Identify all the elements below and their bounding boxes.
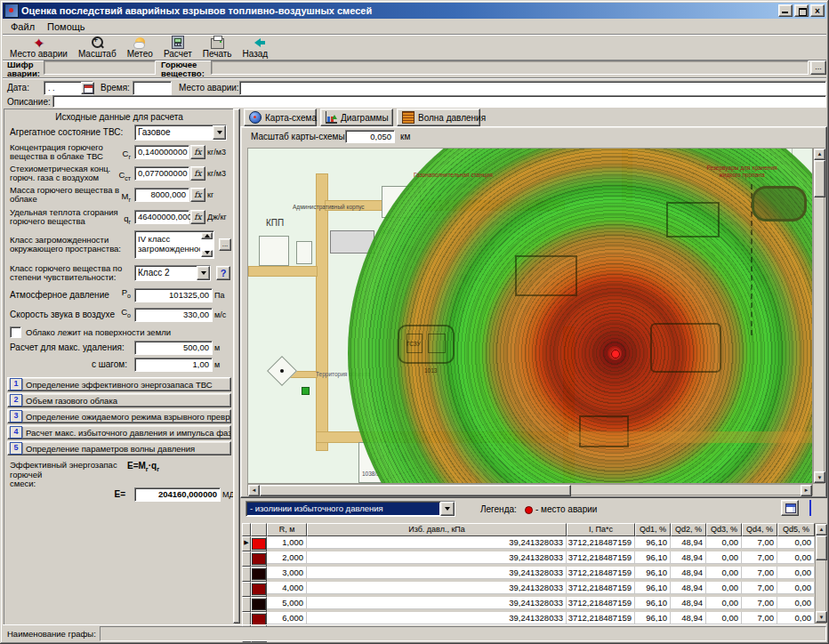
cell-qd4[interactable]: 7,00 [742,612,777,624]
scale-button[interactable]: Масштаб [76,36,118,59]
calendar-button[interactable] [81,82,94,94]
scroll-down-icon[interactable]: ▼ [814,471,825,483]
cell-qd2[interactable]: 48,94 [671,551,706,564]
fuel-browse-button[interactable]: ... [810,60,826,75]
calc-button[interactable]: Расчет [162,36,194,59]
cell-radius[interactable]: 5,000 [267,597,307,609]
ground-cloud-checkbox[interactable] [10,326,21,338]
mass-input[interactable]: 8000,000 [134,188,189,202]
spin-up-icon[interactable] [201,232,213,239]
step-button-2[interactable]: 2Объем газового облака [7,393,231,407]
cell-impulse[interactable]: 3712,218487159 [567,582,635,594]
back-button[interactable]: Назад [241,36,270,59]
header-qd4[interactable]: Qd4, % [742,523,777,536]
cell-qd4[interactable]: 7,00 [742,597,777,609]
close-button[interactable]: × [810,4,825,17]
place-input[interactable] [239,81,826,95]
cell-qd2[interactable]: 48,94 [671,567,706,579]
max-distance-input[interactable]: 500,00 [134,341,213,355]
help-button[interactable]: ? [216,266,230,280]
cell-impulse[interactable]: 3712,218487159 [567,567,635,579]
cell-qd1[interactable]: 96,10 [635,567,671,579]
meteo-button[interactable]: Метео [125,36,155,59]
cell-pressure[interactable]: 39,241328033 [307,612,567,624]
cell-qd1[interactable]: 96,10 [635,612,671,624]
step-button-4[interactable]: 4Расчет макс. избыточного давления и имп… [7,425,231,439]
map-hscroll-thumb[interactable] [260,485,571,496]
cell-qd5[interactable]: 0,00 [777,582,815,594]
cell-pressure[interactable]: 39,241328033 [307,536,567,549]
scroll-down-icon[interactable]: ▼ [816,611,827,623]
cell-qd5[interactable]: 0,00 [777,567,815,579]
cell-impulse[interactable]: 3712,218487159 [567,597,635,609]
menu-file[interactable]: Файл [4,20,41,33]
tab-diagrams[interactable]: Диаграммы [320,109,393,126]
cell-pressure[interactable]: 39,241328033 [307,567,567,579]
menu-help[interactable]: Помощь [41,20,92,33]
cell-qd1[interactable]: 96,10 [635,536,671,549]
fuel-field[interactable] [211,60,809,75]
header-r[interactable]: R, м [267,523,307,536]
step-button-1[interactable]: 1Определение эффективного энергозапаса Т… [7,377,231,391]
cell-qd4[interactable]: 7,00 [742,582,777,594]
aggregate-dropdown-arrow-icon[interactable] [213,125,226,140]
scroll-left-icon[interactable]: ◄ [248,485,260,496]
fx-button[interactable]: fx [190,145,205,159]
table-vscroll-thumb[interactable] [816,535,827,560]
c-stoich-input[interactable]: 0,077000000 [134,166,189,181]
cell-qd2[interactable]: 48,94 [671,612,706,624]
site-map[interactable]: КПП Административный корпус АЗС Территор… [247,148,813,484]
cell-qd1[interactable]: 96,10 [635,597,671,609]
pressure-input[interactable]: 101325,00 [134,288,213,302]
sensitivity-dropdown-arrow-icon[interactable] [197,266,210,280]
map-vscroll-thumb[interactable] [814,160,825,197]
print-button[interactable]: Печать [201,36,234,59]
step-button-3[interactable]: 3Определение ожидаемого режима взрывного… [7,409,231,423]
cell-qd4[interactable]: 7,00 [742,536,777,549]
fx-button[interactable]: fx [190,188,205,202]
cell-qd4[interactable]: 7,00 [742,551,777,564]
sensitivity-class-select[interactable]: Класс 2 [134,265,211,281]
cell-qd1[interactable]: 96,10 [635,551,671,564]
cell-qd5[interactable]: 0,00 [777,612,815,624]
cell-radius[interactable]: 6,000 [267,612,307,624]
sound-speed-input[interactable]: 330,00 [134,308,213,322]
cell-impulse[interactable]: 3712,218487159 [567,612,635,624]
overlay-type-select[interactable]: - изолинии избыточного давления [245,501,455,517]
cell-qd3[interactable]: 0,00 [706,536,742,549]
panel-splitter[interactable] [233,109,240,624]
cell-radius[interactable]: 4,000 [267,582,307,594]
overlay-dropdown-arrow-icon[interactable] [440,502,455,516]
accident-code-field[interactable] [44,60,156,75]
scroll-up-icon[interactable]: ▲ [816,524,827,535]
accident-place-button[interactable]: ✦Место аварии [8,36,69,59]
tab-pressure-wave[interactable]: Волна давления [397,109,480,126]
export-table-button[interactable] [781,500,799,516]
cell-impulse[interactable]: 3712,218487159 [567,536,635,549]
cell-qd4[interactable]: 7,00 [742,567,777,579]
cell-qd2[interactable]: 48,94 [671,536,706,549]
clutter-browse-button[interactable]: ... [219,238,231,251]
minimize-button[interactable] [778,4,793,17]
map-horizontal-scrollbar[interactable]: ◄ ► [247,484,813,495]
restore-button[interactable] [794,4,809,17]
header-qd3[interactable]: Qd3, % [706,523,742,536]
cell-radius[interactable]: 1,000 [267,536,307,549]
cell-qd2[interactable]: 48,94 [671,582,706,594]
cell-qd5[interactable]: 0,00 [777,597,815,609]
cell-radius[interactable]: 3,000 [267,567,307,579]
cell-qd3[interactable]: 0,00 [706,597,742,609]
fx-button[interactable]: fx [190,166,205,181]
clutter-class-spinbox[interactable]: IV классзагроможденности [134,230,214,259]
table-row[interactable]: ▶ 1,000 39,241328033 3712,218487159 96,1… [242,536,815,551]
header-qd1[interactable]: Qd1, % [635,523,671,536]
table-vertical-scrollbar[interactable]: ▲ ▼ [815,523,826,624]
spin-down-icon[interactable] [201,250,213,257]
cell-radius[interactable]: 2,000 [267,551,307,564]
aggregate-state-select[interactable]: Газовое [134,125,227,141]
header-qd2[interactable]: Qd2, % [671,523,706,536]
scroll-up-icon[interactable]: ▲ [814,149,825,160]
scroll-right-icon[interactable]: ► [801,485,812,496]
cell-pressure[interactable]: 39,241328033 [307,597,567,609]
table-row[interactable]: 5,000 39,241328033 3712,218487159 96,10 … [242,597,815,612]
